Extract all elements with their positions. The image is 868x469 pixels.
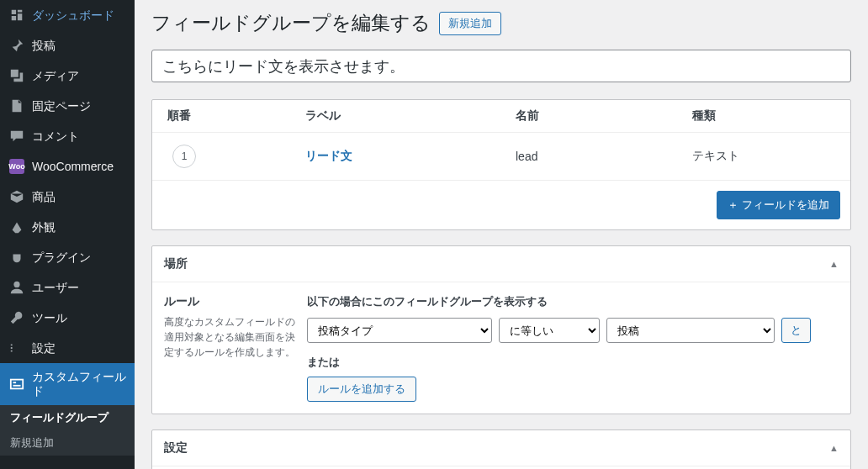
current-arrow-icon — [135, 377, 141, 391]
sidebar-item-woocommerce[interactable]: Woo WooCommerce — [0, 151, 135, 182]
settings-icon — [8, 340, 25, 356]
sidebar-submenu: フィールドグループ 新規追加 — [0, 405, 135, 456]
rule-operator-select[interactable]: に等しい — [499, 318, 600, 343]
sidebar-item-label: 固定ページ — [32, 99, 128, 113]
settings-panel: 設定 ▲ 有効 はい — [151, 429, 851, 469]
media-icon — [8, 67, 25, 84]
sidebar-item-custom-fields[interactable]: カスタムフィールド — [0, 363, 135, 405]
sidebar-item-tools[interactable]: ツール — [0, 303, 135, 333]
rule-title: ルール — [164, 294, 295, 309]
page-icon — [8, 97, 25, 114]
svg-point-0 — [13, 282, 19, 287]
sidebar-item-posts[interactable]: 投稿 — [0, 30, 135, 61]
svg-rect-2 — [13, 382, 17, 383]
panel-toggle-icon: ▲ — [829, 443, 839, 453]
field-label-link[interactable]: リード文 — [305, 149, 352, 162]
fields-header: 順番 ラベル 名前 種類 — [152, 100, 850, 133]
sidebar-item-label: ユーザー — [32, 281, 128, 295]
order-badge: 1 — [172, 145, 196, 168]
rule-or-label: または — [307, 355, 839, 370]
sidebar-item-users[interactable]: ユーザー — [0, 272, 135, 303]
admin-sidebar: ダッシュボード 投稿 メディア 固定ページ コメント Woo WooCommer… — [0, 0, 135, 469]
settings-panel-title: 設定 — [164, 440, 188, 456]
sidebar-item-label: プラグイン — [32, 250, 128, 265]
fields-footer: ＋ フィールドを追加 — [152, 180, 850, 229]
svg-rect-3 — [13, 385, 21, 387]
user-icon — [8, 279, 25, 296]
location-side: ルール 高度なカスタムフィールドの適用対象となる編集画面を決定するルールを作成し… — [164, 294, 307, 402]
page-title: フィールドグループを編集する — [151, 10, 431, 36]
submenu-item-field-groups[interactable]: フィールドグループ — [0, 405, 135, 430]
field-type: テキスト — [692, 149, 840, 164]
location-main: 以下の場合にこのフィールドグループを表示する 投稿タイプ に等しい 投稿 と ま… — [307, 294, 839, 402]
product-icon — [8, 188, 25, 205]
col-header-name: 名前 — [516, 108, 692, 124]
add-field-button[interactable]: ＋ フィールドを追加 — [717, 191, 840, 219]
sidebar-item-appearance[interactable]: 外観 — [0, 212, 135, 242]
location-panel-body: ルール 高度なカスタムフィールドの適用対象となる編集画面を決定するルールを作成し… — [152, 282, 850, 414]
woo-icon: Woo — [8, 158, 25, 175]
fields-box: 順番 ラベル 名前 種類 1 リード文 lead テキスト ＋ フィールドを追加 — [151, 99, 851, 230]
sidebar-item-label: WooCommerce — [32, 160, 128, 174]
sidebar-item-dashboard[interactable]: ダッシュボード — [0, 0, 135, 30]
col-header-order: 順番 — [162, 108, 305, 124]
col-header-label: ラベル — [305, 108, 516, 124]
rule-intro: 以下の場合にこのフィールドグループを表示する — [307, 294, 839, 309]
sidebar-item-media[interactable]: メディア — [0, 61, 135, 91]
sidebar-item-label: コメント — [32, 129, 128, 144]
sidebar-item-pages[interactable]: 固定ページ — [0, 91, 135, 121]
sidebar-item-label: ダッシュボード — [32, 8, 128, 23]
sidebar-item-label: カスタムフィールド — [32, 370, 128, 398]
sidebar-item-label: 外観 — [32, 220, 128, 234]
sidebar-item-label: 設定 — [32, 341, 128, 356]
sidebar-item-settings[interactable]: 設定 — [0, 333, 135, 363]
field-name: lead — [516, 150, 692, 163]
plugin-icon — [8, 249, 25, 266]
add-new-button[interactable]: 新規追加 — [439, 12, 501, 35]
pin-icon — [8, 37, 25, 54]
table-row[interactable]: 1 リード文 lead テキスト — [152, 133, 850, 180]
panel-toggle-icon: ▲ — [829, 259, 839, 269]
comment-icon — [8, 128, 25, 145]
rule-desc: 高度なカスタムフィールドの適用対象となる編集画面を決定するルールを作成します。 — [164, 314, 295, 360]
page-header: フィールドグループを編集する 新規追加 — [151, 0, 851, 50]
add-rule-button[interactable]: ルールを追加する — [307, 377, 416, 402]
appearance-icon — [8, 219, 25, 235]
settings-panel-header[interactable]: 設定 ▲ — [152, 430, 850, 466]
tool-icon — [8, 309, 25, 326]
sidebar-item-comments[interactable]: コメント — [0, 121, 135, 151]
location-panel-header[interactable]: 場所 ▲ — [152, 246, 850, 282]
sidebar-item-label: メディア — [32, 69, 128, 83]
submenu-item-add-new[interactable]: 新規追加 — [0, 430, 135, 456]
cf-icon — [8, 376, 25, 393]
col-header-type: 種類 — [692, 108, 840, 124]
rule-param-select[interactable]: 投稿タイプ — [307, 318, 492, 343]
dashboard-icon — [8, 7, 25, 24]
sidebar-item-products[interactable]: 商品 — [0, 182, 135, 212]
rule-and-button[interactable]: と — [781, 318, 811, 343]
main-content: フィールドグループを編集する 新規追加 順番 ラベル 名前 種類 1 リード文 … — [135, 0, 868, 469]
location-panel: 場所 ▲ ルール 高度なカスタムフィールドの適用対象となる編集画面を決定するルー… — [151, 245, 851, 414]
rule-value-select[interactable]: 投稿 — [606, 318, 775, 343]
sidebar-item-label: 投稿 — [32, 39, 128, 53]
svg-rect-1 — [11, 379, 23, 388]
sidebar-item-label: ツール — [32, 311, 128, 325]
rule-row: 投稿タイプ に等しい 投稿 と — [307, 318, 839, 343]
sidebar-item-label: 商品 — [32, 190, 128, 204]
group-title-input[interactable] — [151, 50, 851, 82]
location-panel-title: 場所 — [164, 256, 188, 271]
sidebar-item-plugins[interactable]: プラグイン — [0, 242, 135, 272]
